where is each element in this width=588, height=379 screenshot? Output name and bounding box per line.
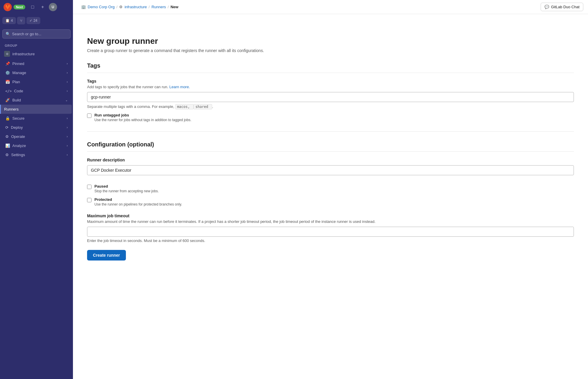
breadcrumb-org-link[interactable]: Demo Corp Org (88, 5, 115, 9)
protected-checkbox[interactable] (87, 198, 91, 202)
code-chevron: › (67, 89, 68, 93)
build-icon: 🚀 (5, 98, 10, 102)
avatar[interactable]: U (49, 3, 57, 11)
max-timeout-input[interactable] (87, 227, 574, 237)
mr-button[interactable]: ⑂ (17, 17, 25, 24)
manage-label: Manage (12, 71, 26, 75)
deploy-icon: ⟳ (5, 125, 9, 130)
sidebar-item-runners[interactable]: Runners (0, 105, 72, 114)
sidebar-item-deploy[interactable]: ⟳ Deploy › (1, 123, 72, 132)
tags-example-shared: shared (194, 104, 212, 109)
tags-input[interactable] (87, 92, 574, 102)
todo-count: 24 (34, 19, 37, 23)
build-label: Build (12, 98, 21, 102)
duo-chat-label: GitLab Duo Chat (551, 5, 579, 9)
settings-chevron: › (67, 153, 68, 156)
next-badge: Next (14, 5, 25, 9)
breadcrumb-org-icon: 🏢 (81, 5, 86, 9)
analyze-chevron: › (67, 144, 68, 147)
config-section-title: Configuration (optional) (87, 141, 574, 152)
add-new-button[interactable]: + (38, 3, 47, 11)
sidebar-item-analyze[interactable]: 📊 Analyze › (1, 141, 72, 150)
operate-chevron: › (67, 135, 68, 138)
org-name: infrastructure (12, 52, 35, 56)
manage-chevron: › (67, 71, 68, 74)
sidebar-item-secure[interactable]: 🔒 Secure › (1, 114, 72, 123)
secure-icon: 🔒 (5, 116, 10, 121)
sidebar-item-plan[interactable]: 📅 Plan › (1, 77, 72, 86)
sidebar: 🔍 Search or go to... Group ⚙ infrastruct… (0, 27, 73, 379)
sidebar-item-settings[interactable]: ⚙ Settings › (1, 150, 72, 159)
org-icon: ⚙ (4, 51, 10, 57)
paused-checkbox[interactable] (87, 185, 91, 189)
section-divider (87, 131, 574, 132)
breadcrumb-sep2: / (149, 5, 150, 9)
protected-row: Protected Use the runner on pipelines fo… (87, 197, 574, 206)
deploy-chevron: › (67, 126, 68, 129)
issues-icon: 📋 (5, 19, 10, 23)
search-icon: 🔍 (6, 32, 10, 36)
sidebar-item-operate[interactable]: ⚙ Operate › (1, 132, 72, 141)
main-content: New group runner Create a group runner t… (73, 27, 588, 379)
sidebar-item-manage[interactable]: ⚙️ Manage › (1, 68, 72, 77)
search-placeholder: Search or go to... (12, 32, 41, 36)
max-timeout-hint: Enter the job timeout in seconds. Must b… (87, 238, 574, 243)
secure-chevron: › (67, 117, 68, 120)
gitlab-logo (4, 3, 12, 11)
paused-row: Paused Stop the runner from accepting ne… (87, 184, 574, 193)
max-timeout-desc: Maximum amount of time the runner can ru… (87, 219, 574, 224)
sidebar-item-pinned[interactable]: 📌 Pinned › (1, 59, 72, 68)
breadcrumb-current: New (171, 5, 179, 9)
tags-hint: Separate multiple tags with a comma. For… (87, 104, 574, 109)
layout-toggle-button[interactable]: □ (28, 3, 37, 11)
operate-label: Operate (11, 134, 25, 139)
runners-label: Runners (4, 107, 19, 111)
breadcrumb-group-link[interactable]: infrastructure (124, 5, 147, 9)
plan-label: Plan (12, 80, 20, 84)
build-chevron: ⌄ (65, 98, 68, 102)
breadcrumb-sep3: / (168, 5, 169, 9)
settings-label: Settings (11, 153, 25, 157)
todo-icon: ✓ (29, 19, 32, 23)
run-untagged-checkbox[interactable] (87, 113, 91, 118)
tags-section-title: Tags (87, 62, 574, 73)
analyze-icon: 📊 (5, 143, 10, 148)
page-subtitle: Create a group runner to generate a comm… (87, 48, 574, 53)
todo-button[interactable]: ✓ 24 (26, 17, 40, 24)
sidebar-item-code[interactable]: </> Code › (1, 86, 72, 96)
tags-field-label: Tags (87, 79, 574, 84)
breadcrumb: 🏢 Demo Corp Org / ⚙ infrastructure / Run… (78, 0, 541, 14)
settings-icon: ⚙ (5, 153, 9, 157)
sidebar-item-build[interactable]: 🚀 Build ⌄ (1, 96, 72, 105)
tags-section: Tags Tags Add tags to specify jobs that … (87, 62, 574, 122)
breadcrumb-group-icon: ⚙ (119, 5, 123, 9)
protected-desc: Use the runner on pipelines for protecte… (94, 202, 182, 206)
plan-icon: 📅 (5, 80, 10, 84)
issues-button[interactable]: 📋 4 (2, 17, 16, 24)
breadcrumb-sep1: / (116, 5, 118, 9)
manage-icon: ⚙️ (5, 71, 10, 75)
runner-desc-input[interactable] (87, 165, 574, 175)
duo-chat-button[interactable]: 💬 GitLab Duo Chat (541, 3, 583, 11)
tags-field-description: Add tags to specify jobs that the runner… (87, 85, 574, 89)
pinned-icon: 📌 (5, 61, 10, 66)
create-runner-button[interactable]: Create runner (87, 250, 126, 261)
mr-icon: ⑂ (20, 18, 22, 23)
search-bar[interactable]: 🔍 Search or go to... (2, 29, 71, 39)
page-title: New group runner (87, 36, 574, 46)
config-section: Configuration (optional) Runner descript… (87, 141, 574, 243)
analyze-label: Analyze (12, 143, 26, 148)
deploy-label: Deploy (11, 125, 23, 130)
secure-label: Secure (12, 116, 24, 121)
code-icon: </> (5, 89, 12, 93)
breadcrumb-runners-link[interactable]: Runners (151, 5, 166, 9)
sidebar-org[interactable]: ⚙ infrastructure (0, 49, 73, 59)
paused-label: Paused (94, 184, 159, 188)
run-untagged-label: Run untagged jobs (94, 113, 191, 117)
learn-more-link[interactable]: Learn more. (169, 85, 190, 89)
sidebar-group-label: Group (0, 41, 73, 49)
operate-icon: ⚙ (5, 134, 9, 139)
pinned-chevron: › (67, 62, 68, 65)
pinned-label: Pinned (12, 61, 24, 66)
plan-chevron: › (67, 80, 68, 84)
